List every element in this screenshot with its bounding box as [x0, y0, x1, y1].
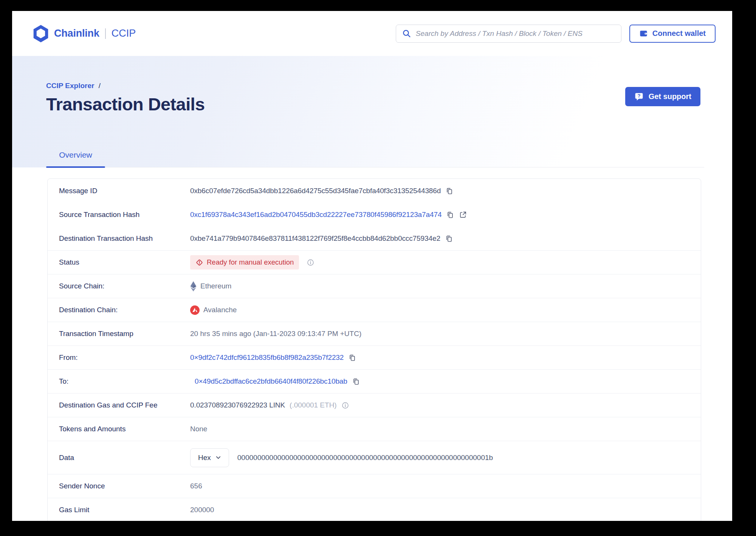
warning-diamond-icon: [195, 259, 203, 266]
row-gas-limit: Gas Limit 200000: [48, 498, 701, 521]
from-label: From:: [59, 353, 190, 362]
row-status: Status Ready for manual execution: [48, 250, 701, 274]
svg-text:?: ?: [637, 93, 640, 99]
dest-chain-label: Destination Chain:: [59, 306, 190, 314]
get-support-label: Get support: [649, 92, 691, 101]
timestamp-value: 20 hrs 35 mins ago (Jan-11-2023 09:13:47…: [190, 330, 361, 338]
external-link-icon[interactable]: [459, 211, 467, 219]
to-address-link[interactable]: 0×49d5c2bdffac6ce2bfdb6640f4f80f226bc10b…: [195, 377, 347, 386]
row-destination-gas-ccip-fee: Destination Gas and CCIP Fee 0.023708923…: [48, 393, 701, 417]
row-data: Data Hex 0000000000000000000000000000000…: [48, 441, 701, 474]
row-sender-nonce: Sender Nonce 656: [48, 474, 701, 498]
row-tokens-and-amounts: Tokens and Amounts None: [48, 417, 701, 441]
copy-icon[interactable]: [446, 211, 454, 219]
search-input[interactable]: [416, 29, 615, 38]
ccip-explorer-page: Chainlink CCIP Connect wallet: [12, 11, 732, 521]
breadcrumb-separator: /: [99, 82, 101, 90]
row-to: To: 0×49d5c2bdffac6ce2bfdb6640f4f80f226b…: [48, 369, 701, 393]
row-transaction-timestamp: Transaction Timestamp 20 hrs 35 mins ago…: [48, 322, 701, 345]
info-icon[interactable]: [307, 259, 314, 266]
gas-limit-value: 200000: [190, 506, 214, 514]
dest-chain-name: Avalanche: [203, 306, 237, 314]
chevron-down-icon: [215, 455, 221, 460]
fee-eth-equivalent: (.000001 ETH): [290, 401, 337, 409]
fee-value: 0.023708923076922923 LINK: [190, 401, 285, 409]
connect-wallet-label: Connect wallet: [652, 29, 706, 38]
data-format-dropdown[interactable]: Hex: [190, 448, 229, 467]
brand-divider: [105, 28, 106, 39]
dest-tx-label: Destination Transaction Hash: [59, 234, 190, 243]
fee-label: Destination Gas and CCIP Fee: [59, 401, 190, 409]
to-label: To:: [59, 377, 190, 386]
row-source-chain: Source Chain: Ethereum: [48, 274, 701, 298]
breadcrumb-ccip-explorer-link[interactable]: CCIP Explorer: [46, 82, 94, 90]
hero-section: CCIP Explorer / Transaction Details ? Ge…: [12, 56, 732, 167]
copy-icon[interactable]: [445, 187, 454, 195]
product-name: CCIP: [112, 28, 136, 39]
data-format-selected: Hex: [198, 454, 211, 462]
transaction-details-card: Message ID 0xb6c07efde726cd5a34dbb1226a6…: [47, 178, 701, 521]
wallet-icon: [639, 29, 648, 38]
source-tx-label: Source Transaction Hash: [59, 211, 190, 219]
brand-name: Chainlink: [54, 28, 99, 39]
connect-wallet-button[interactable]: Connect wallet: [629, 25, 716, 43]
gas-limit-label: Gas Limit: [59, 506, 190, 514]
tab-overview[interactable]: Overview: [46, 150, 105, 167]
from-address-link[interactable]: 0×9df2c742dfcf9612b835fb6b8f982a235b7f22…: [190, 353, 344, 362]
info-icon[interactable]: [341, 401, 349, 409]
source-tx-hash-link[interactable]: 0xc1f69378a4c343ef16ad2b0470455db3cd2222…: [190, 211, 442, 219]
message-id-value: 0xb6c07efde726cd5a34dbb1226a6d4275c55d34…: [190, 187, 441, 195]
row-message-id: Message ID 0xb6c07efde726cd5a34dbb1226a6…: [48, 179, 701, 203]
dest-tx-hash-value: 0xbe741a779b9407846e837811f438122f769f25…: [190, 234, 440, 243]
row-source-transaction-hash: Source Transaction Hash 0xc1f69378a4c343…: [48, 203, 701, 226]
search-icon: [402, 29, 411, 38]
top-navigation-bar: Chainlink CCIP Connect wallet: [12, 11, 732, 56]
sender-nonce-value: 656: [190, 482, 202, 490]
sender-nonce-label: Sender Nonce: [59, 482, 190, 490]
copy-icon[interactable]: [348, 353, 356, 362]
chainlink-logo-icon: [33, 25, 48, 42]
message-id-label: Message ID: [59, 187, 190, 195]
row-from: From: 0×9df2c742dfcf9612b835fb6b8f982a23…: [48, 345, 701, 369]
status-badge-text: Ready for manual execution: [207, 258, 294, 266]
get-support-button[interactable]: ? Get support: [625, 87, 700, 106]
copy-icon[interactable]: [445, 234, 453, 243]
status-badge: Ready for manual execution: [190, 255, 299, 270]
tokens-value: None: [190, 425, 207, 433]
row-destination-transaction-hash: Destination Transaction Hash 0xbe741a779…: [48, 226, 701, 250]
data-hex-value: 0000000000000000000000000000000000000000…: [237, 454, 493, 462]
status-label: Status: [59, 258, 190, 266]
tab-bar: Overview: [46, 150, 704, 167]
data-label: Data: [59, 454, 190, 462]
question-bubble-icon: ?: [634, 92, 644, 101]
search-bar[interactable]: [396, 25, 621, 43]
copy-icon[interactable]: [352, 377, 360, 386]
timestamp-label: Transaction Timestamp: [59, 330, 190, 338]
tokens-label: Tokens and Amounts: [59, 425, 190, 433]
source-chain-name: Ethereum: [200, 282, 231, 290]
source-chain-label: Source Chain:: [59, 282, 190, 290]
brand-home-link[interactable]: Chainlink CCIP: [33, 25, 136, 42]
avalanche-icon: [190, 305, 200, 315]
row-destination-chain: Destination Chain: Avalanche: [48, 298, 701, 322]
ethereum-icon: [190, 281, 197, 291]
